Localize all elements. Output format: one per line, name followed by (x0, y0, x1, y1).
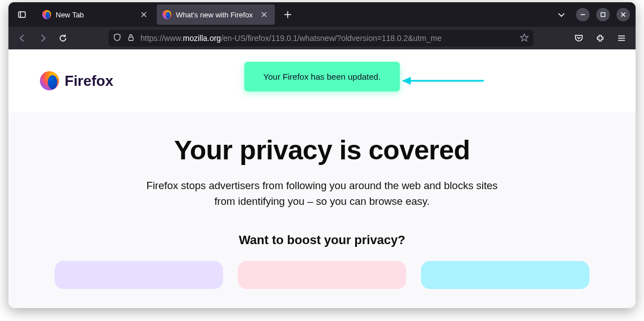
brand-name: Firefox (65, 72, 114, 90)
list-all-tabs-icon[interactable] (554, 7, 569, 22)
svg-rect-12 (129, 37, 133, 40)
close-icon[interactable] (139, 10, 149, 20)
page-header: Firefox Your Firefox has been updated. (8, 49, 636, 112)
toolbar-right (570, 30, 630, 47)
page-content: Firefox Your Firefox has been updated. Y… (8, 49, 636, 308)
url-bar[interactable]: https://www.mozilla.org/en-US/firefox/11… (108, 30, 533, 47)
browser-window: New Tab What's new with Firefox (8, 2, 636, 308)
headline: Your privacy is covered (8, 135, 636, 166)
maximize-button[interactable] (596, 8, 610, 21)
svg-rect-9 (601, 13, 605, 17)
pocket-icon[interactable] (570, 30, 587, 47)
brand-logo[interactable]: Firefox (40, 71, 114, 90)
subheadline: Firefox stops advertisers from following… (142, 178, 502, 209)
firefox-logo-icon (40, 71, 59, 90)
tracking-protection-icon[interactable] (113, 33, 121, 43)
feature-cards (8, 261, 636, 289)
tab-label: New Tab (56, 11, 134, 19)
forward-button[interactable] (34, 30, 51, 47)
reload-button[interactable] (55, 30, 71, 47)
tab-strip: New Tab What's new with Firefox (35, 2, 296, 27)
notification-text: Your Firefox has been updated. (264, 72, 381, 81)
svg-marker-13 (520, 34, 528, 41)
annotation-arrow-icon (401, 74, 485, 88)
feature-card[interactable] (421, 261, 589, 289)
feature-card[interactable] (238, 261, 406, 289)
titlebar: New Tab What's new with Firefox (8, 2, 636, 27)
new-tab-button[interactable] (279, 6, 296, 23)
svg-rect-0 (19, 12, 25, 17)
main-section: Your privacy is covered Firefox stops ad… (8, 112, 636, 308)
firefox-icon (162, 10, 171, 19)
workspaces-icon[interactable] (13, 6, 31, 24)
titlebar-controls (554, 7, 631, 22)
close-window-button[interactable] (616, 8, 630, 21)
back-button[interactable] (14, 30, 31, 47)
tab-new-tab[interactable]: New Tab (37, 4, 155, 25)
extensions-icon[interactable] (592, 30, 609, 47)
tab-whats-new[interactable]: What's new with Firefox (157, 4, 275, 25)
svg-marker-18 (402, 77, 411, 85)
boost-title: Want to boost your privacy? (8, 233, 636, 247)
tab-label: What's new with Firefox (176, 11, 255, 19)
update-notification: Your Firefox has been updated. (244, 62, 400, 91)
app-menu-icon[interactable] (613, 30, 630, 47)
lock-icon[interactable] (127, 34, 135, 43)
minimize-button[interactable] (576, 8, 589, 21)
url-text: https://www.mozilla.org/en-US/firefox/11… (140, 34, 514, 43)
feature-card[interactable] (55, 261, 223, 289)
bookmark-star-icon[interactable] (520, 33, 529, 44)
nav-toolbar: https://www.mozilla.org/en-US/firefox/11… (8, 27, 636, 49)
close-icon[interactable] (259, 10, 269, 20)
firefox-icon (42, 10, 51, 19)
